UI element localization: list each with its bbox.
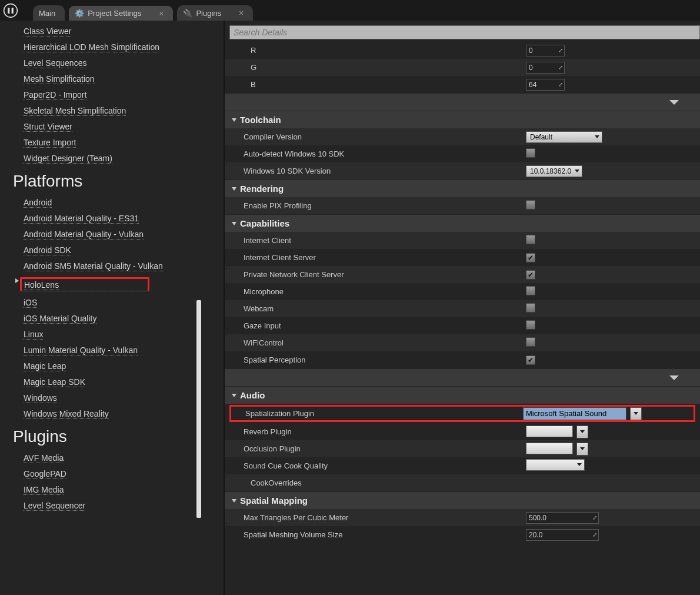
spinner-icon: ⤢ (592, 514, 597, 521)
sidebar-item[interactable]: Level Sequences (13, 55, 224, 71)
sdk-version-dropdown[interactable]: 10.0.18362.0 (526, 165, 582, 177)
sidebar-item[interactable]: iOS (13, 294, 224, 310)
sidebar-item-label: Skeletal Mesh Simplification (24, 106, 126, 116)
section-spatial-mapping[interactable]: Spatial Mapping (225, 492, 700, 509)
spatialization-plugin-field[interactable]: Microsoft Spatial Sound (523, 407, 626, 420)
prop-label: Spatial Meshing Volume Size (244, 530, 526, 539)
capability-checkbox[interactable]: ✔ (526, 253, 535, 262)
expand-icon (232, 394, 236, 397)
sidebar-item[interactable]: Android SM5 Material Quality - Vulkan (13, 258, 224, 274)
sidebar-item[interactable]: Lumin Material Quality - Vulkan (13, 342, 224, 358)
sidebar-item[interactable]: Magic Leap (13, 358, 224, 374)
dropdown-toggle[interactable] (576, 443, 588, 456)
cue-quality-dropdown[interactable] (526, 459, 585, 471)
expand-icon (232, 499, 236, 503)
sidebar-item[interactable]: Android Material Quality - Vulkan (13, 226, 224, 242)
compiler-version-dropdown[interactable]: Default (526, 131, 602, 143)
numeric-input-g[interactable]: 0⤢ (526, 62, 565, 74)
sidebar-item[interactable]: Struct Viewer (13, 118, 224, 134)
prop-label: Internet Client (244, 236, 526, 245)
occlusion-plugin-dropdown[interactable] (526, 443, 573, 454)
prop-label: Sound Cue Cook Quality (244, 461, 526, 470)
prop-label: Enable PIX Profiling (244, 201, 526, 210)
section-toolchain[interactable]: Toolchain (225, 111, 700, 128)
sidebar-item[interactable]: Windows Mixed Reality (13, 405, 224, 421)
sidebar-item[interactable]: Android Material Quality - ES31 (13, 210, 224, 226)
settings-icon: ⚙️ (75, 9, 84, 18)
close-icon[interactable]: × (159, 9, 164, 18)
prop-label: Internet Client Server (244, 253, 526, 262)
spatialization-plugin-row: Spatialization Plugin Microsoft Spatial … (229, 405, 695, 422)
chevron-down-icon (577, 463, 582, 466)
capability-checkbox[interactable]: ✔ (526, 270, 535, 280)
sidebar-item[interactable]: Mesh Simplification (13, 71, 224, 87)
scrollbar-thumb[interactable] (196, 300, 201, 518)
sidebar-item-label: Level Sequencer (24, 501, 85, 511)
collapse-advanced[interactable] (225, 369, 700, 386)
max-triangles-input[interactable]: 500.0⤢ (526, 512, 599, 524)
sidebar-item-label: AVF Media (24, 453, 64, 463)
capability-checkbox[interactable] (526, 286, 535, 295)
sidebar-item[interactable]: HoloLens (13, 274, 224, 294)
numeric-input-b[interactable]: 64⤢ (526, 79, 565, 91)
prop-label: Spatialization Plugin (245, 409, 523, 418)
sidebar-item-label: Paper2D - Import (24, 90, 86, 100)
sidebar-item[interactable]: GooglePAD (13, 466, 224, 481)
reverb-plugin-dropdown[interactable] (526, 426, 573, 437)
sidebar-item[interactable]: Android SDK (13, 242, 224, 258)
autodetect-sdk-checkbox[interactable] (526, 148, 535, 158)
sidebar-item[interactable]: Windows (13, 390, 224, 405)
sidebar-item[interactable]: Linux (13, 326, 224, 342)
tab-plugins[interactable]: 🔌 Plugins × (177, 5, 253, 21)
prop-label: Compiler Version (244, 132, 526, 141)
sidebar-item-label: Widget Designer (Team) (24, 154, 112, 164)
sidebar-item[interactable]: iOS Material Quality (13, 310, 224, 326)
spinner-icon: ⤢ (558, 81, 563, 88)
tab-main[interactable]: Main (33, 5, 65, 21)
section-rendering[interactable]: Rendering (225, 180, 700, 197)
capability-checkbox[interactable] (526, 303, 535, 313)
prop-label: Private Network Client Server (244, 270, 526, 279)
spinner-icon: ⤢ (558, 47, 563, 54)
capability-checkbox[interactable] (526, 320, 535, 330)
sidebar-item[interactable]: Hierarchical LOD Mesh Simplification (13, 39, 224, 55)
sidebar-item[interactable]: Level Sequencer (13, 497, 224, 513)
prop-label: WiFiControl (244, 338, 526, 347)
numeric-input-r[interactable]: 0⤢ (526, 45, 565, 56)
section-audio[interactable]: Audio (225, 387, 700, 404)
dropdown-toggle[interactable] (576, 426, 588, 438)
prop-label: Webcam (244, 304, 526, 313)
sidebar-item-label: Android SDK (24, 245, 71, 255)
sidebar-item[interactable]: Skeletal Mesh Simplification (13, 102, 224, 118)
collapse-advanced[interactable] (225, 94, 700, 111)
chevron-down-icon (669, 100, 679, 105)
sidebar-item[interactable]: Magic Leap SDK (13, 374, 224, 390)
pix-checkbox[interactable] (526, 200, 535, 210)
sidebar-item[interactable]: Texture Import (13, 134, 224, 150)
sidebar-item-label: Android Material Quality - Vulkan (24, 230, 144, 240)
prop-label: Occlusion Plugin (244, 444, 526, 453)
sidebar-item-label: Magic Leap SDK (24, 377, 85, 387)
capability-checkbox[interactable]: ✔ (526, 355, 535, 365)
capability-checkbox[interactable] (526, 337, 535, 347)
sidebar-item[interactable]: Android (13, 194, 224, 210)
sidebar-item[interactable]: IMG Media (13, 481, 224, 497)
close-icon[interactable]: × (239, 8, 244, 18)
capability-checkbox[interactable] (526, 235, 535, 244)
chevron-down-icon (580, 447, 585, 450)
sidebar-item[interactable]: AVF Media (13, 450, 224, 466)
section-capabilities[interactable]: Capabilities (225, 215, 700, 232)
sidebar-item-label: Hierarchical LOD Mesh Simplification (24, 42, 159, 52)
sidebar-item[interactable]: Paper2D - Import (13, 87, 224, 102)
sidebar-item[interactable]: Class Viewer (13, 23, 224, 39)
tab-project-settings[interactable]: ⚙️ Project Settings × (68, 5, 174, 21)
spatialization-plugin-dropdown[interactable] (630, 407, 642, 420)
category-sidebar: Class ViewerHierarchical LOD Mesh Simpli… (0, 21, 224, 595)
plugin-icon: 🔌 (183, 8, 192, 18)
svg-point-0 (4, 4, 18, 17)
sidebar-item[interactable]: Widget Designer (Team) (13, 150, 224, 166)
spinner-icon: ⤢ (558, 64, 563, 71)
volume-size-input[interactable]: 20.0⤢ (526, 529, 599, 541)
search-input[interactable] (229, 25, 700, 39)
prop-label: CookOverrides (244, 478, 526, 487)
